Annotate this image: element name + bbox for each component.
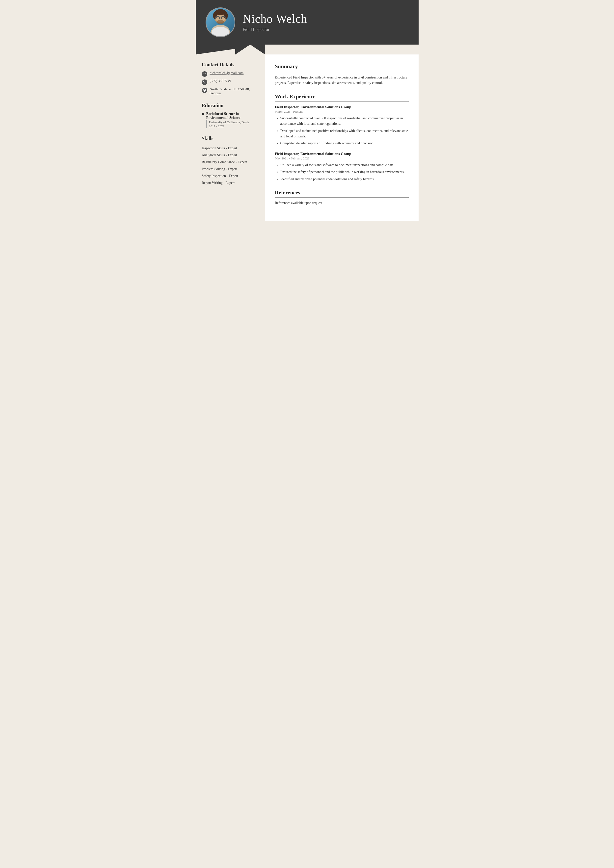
location-icon-svg xyxy=(203,88,206,92)
svg-point-5 xyxy=(224,12,228,19)
job-title-2: Field Inspector, Environmental Solutions… xyxy=(275,152,409,156)
skill-item-2: Analytical Skills - Expert xyxy=(202,152,259,159)
chevron-decoration xyxy=(196,45,418,54)
edu-degree: Bachelor of Science in Environmental Sci… xyxy=(206,112,259,120)
address-line2: Georgia xyxy=(210,91,221,95)
skill-item-1: Inspection Skills - Expert xyxy=(202,145,259,152)
sidebar: Contact Details nichowelch@gmail.com xyxy=(196,54,265,221)
contact-phone-item: (335) 385 7249 xyxy=(202,79,259,85)
education-item: Bachelor of Science in Environmental Sci… xyxy=(202,112,259,128)
phone-value: (335) 385 7249 xyxy=(210,79,231,83)
skill-item-5: Safety Inspection - Expert xyxy=(202,172,259,180)
email-icon xyxy=(202,71,207,77)
avatar-image xyxy=(208,9,233,36)
avatar xyxy=(205,8,235,37)
work-experience-section: Work Experience Field Inspector, Environ… xyxy=(275,93,409,182)
svg-point-9 xyxy=(216,20,224,24)
job-title-1: Field Inspector, Environmental Solutions… xyxy=(275,105,409,109)
contact-title: Contact Details xyxy=(202,62,259,68)
candidate-title: Field Inspector xyxy=(243,27,307,32)
edu-content: Bachelor of Science in Environmental Sci… xyxy=(206,112,259,128)
job-bullet-1-3: Completed detailed reports of findings w… xyxy=(280,141,409,146)
main-layout: Contact Details nichowelch@gmail.com xyxy=(196,54,418,221)
phone-icon xyxy=(202,79,207,85)
header-text-container: Nicho Welch Field Inspector xyxy=(243,12,307,32)
header: Nicho Welch Field Inspector xyxy=(196,0,418,45)
job-bullet-2-3: Identified and resolved potential code v… xyxy=(280,177,409,182)
job-bullet-2-1: Utilized a variety of tools and software… xyxy=(280,163,409,168)
email-icon-svg xyxy=(203,73,206,75)
references-text: References available upon request xyxy=(275,201,409,205)
education-section: Education Bachelor of Science in Environ… xyxy=(202,103,259,128)
job-date-2: May 2021 - February 2023 xyxy=(275,157,409,160)
job-bullet-1-1: Successfully conducted over 500 inspecti… xyxy=(280,116,409,127)
job-entry-2: Field Inspector, Environmental Solutions… xyxy=(275,152,409,182)
summary-section: Summary Experienced Field Inspector with… xyxy=(275,63,409,86)
location-icon xyxy=(202,88,207,93)
contact-address-item: North Candace, 11937-0948, Georgia xyxy=(202,87,259,95)
phone-icon-svg xyxy=(203,81,206,84)
skills-section: Skills Inspection Skills - Expert Analyt… xyxy=(202,136,259,186)
edu-bullet-icon xyxy=(202,113,204,115)
skill-item-6: Report Writing - Expert xyxy=(202,180,259,186)
contact-section: Contact Details nichowelch@gmail.com xyxy=(202,62,259,95)
skill-item-4: Problem Solving - Expert xyxy=(202,166,259,172)
edu-details: University of California, Davis 2017 - 2… xyxy=(206,120,259,128)
candidate-name: Nicho Welch xyxy=(243,12,307,25)
work-experience-title: Work Experience xyxy=(275,93,409,101)
education-title: Education xyxy=(202,103,259,108)
address-container: North Candace, 11937-0948, Georgia xyxy=(210,87,250,95)
job-bullets-2: Utilized a variety of tools and software… xyxy=(275,163,409,182)
email-value[interactable]: nichowelch@gmail.com xyxy=(210,71,244,75)
address-line1: North Candace, 11937-0948, xyxy=(210,87,250,91)
summary-title: Summary xyxy=(275,63,409,71)
edu-school: University of California, Davis xyxy=(209,120,259,124)
job-entry-1: Field Inspector, Environmental Solutions… xyxy=(275,105,409,146)
job-date-1: March 2023 - Present xyxy=(275,110,409,114)
edu-years: 2017 - 2021 xyxy=(209,124,259,128)
job-bullet-1-2: Developed and maintained positive relati… xyxy=(280,128,409,140)
chevron-center xyxy=(235,45,265,54)
job-bullet-2-2: Ensured the safety of personnel and the … xyxy=(280,169,409,175)
svg-point-4 xyxy=(213,12,217,19)
contact-email-item: nichowelch@gmail.com xyxy=(202,71,259,77)
summary-text: Experienced Field Inspector with 5+ year… xyxy=(275,75,409,86)
skill-item-3: Regulatory Compliance - Expert xyxy=(202,159,259,166)
job-bullets-1: Successfully conducted over 500 inspecti… xyxy=(275,116,409,146)
skills-title: Skills xyxy=(202,136,259,141)
references-title: References xyxy=(275,189,409,198)
main-content: Summary Experienced Field Inspector with… xyxy=(265,54,418,221)
references-section: References References available upon req… xyxy=(275,189,409,205)
